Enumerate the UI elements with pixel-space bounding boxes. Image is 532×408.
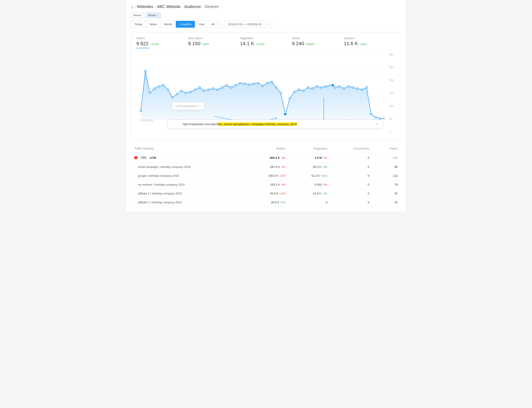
breadcrumb-separator: ›	[202, 5, 203, 9]
date-btn-year[interactable]: Year	[195, 21, 208, 28]
filter-tag-mobile-label: Mobile	[148, 14, 156, 17]
visitors-cell: 26.8 K +0%	[245, 198, 289, 207]
utm-tooltip-label: UTM-parameters	[175, 104, 197, 108]
channel-cell: affiliate 1 / birthday company 2019	[131, 189, 245, 198]
url-back-btn[interactable]: ←	[171, 122, 175, 126]
y-label-150: 150	[390, 92, 393, 94]
breadcrumb-audience[interactable]: Audience	[184, 4, 201, 9]
svg-point-40	[289, 98, 291, 100]
tracks-cell: 96	[373, 162, 401, 171]
visitors-cell: 260.0 K -12%	[245, 171, 289, 180]
pageviews-cell: 1.5 M -5%	[289, 153, 331, 162]
filter-tag-device-label: Device	[133, 14, 141, 17]
date-btn-3months[interactable]: 3 months	[176, 21, 195, 28]
svg-point-63	[331, 84, 334, 87]
table-row: 14% UTM 965.4 K -3% 1.5 M -5% 0 137	[131, 153, 401, 162]
filter-tag-mobile[interactable]: Mobile ×	[146, 13, 161, 18]
url-bar: ← → http://mywebsite.com/sale?utm_source…	[167, 120, 382, 128]
stat-visitors-value: 9 622 +103%	[136, 41, 188, 47]
breadcrumb-websites[interactable]: Websites	[137, 4, 153, 9]
url-forward-btn[interactable]: →	[176, 122, 180, 126]
stat-sessions-value: 11.6 K +93%	[344, 41, 396, 47]
svg-point-12	[163, 84, 164, 86]
stat-pageviews-label: Pageviews	[240, 37, 292, 40]
stat-events-label: Events	[292, 37, 344, 40]
svg-point-37	[275, 87, 277, 88]
visitors-cell: 965.4 K -3%	[245, 153, 289, 162]
breadcrumb-separator: ›	[182, 5, 183, 9]
stat-sessions-change: +93%	[359, 42, 367, 46]
stat-sessions: Sessions 11.6 K +93%	[344, 37, 396, 48]
tracks-cell: 16	[373, 198, 401, 207]
svg-point-26	[226, 84, 227, 86]
svg-point-22	[208, 89, 209, 91]
url-highlighted: utm_source=google&utm_campaign=birthday_…	[218, 122, 297, 126]
channel-color-dot	[134, 156, 137, 159]
breadcrumb: ⌂ › Websites › ABC Website › Audience › …	[131, 4, 401, 9]
url-nav-arrows: ← →	[171, 122, 180, 126]
svg-point-25	[221, 87, 223, 88]
stat-events-change: +636%	[305, 42, 314, 46]
filter-tag-mobile-close[interactable]: ×	[157, 14, 158, 17]
table-row: google / birthday company 2019 260.0 K -…	[131, 171, 401, 180]
data-table: Traffic Channel Visitors Pageviews Conve…	[131, 144, 401, 207]
breadcrumb-abc-website[interactable]: ABC Website	[157, 4, 181, 9]
y-label-50: 50	[390, 117, 393, 120]
col-conversions: Conversions	[331, 144, 373, 153]
url-text: http://mywebsite.com/sale?utm_source=goo…	[183, 122, 297, 126]
home-icon[interactable]: ⌂	[131, 4, 133, 9]
conversions-cell: 0	[331, 162, 373, 171]
stat-visitors-change: +103%	[150, 42, 159, 46]
channel-cell: google / birthday company 2019	[131, 171, 245, 180]
chart-x-label: 2019.03.13	[141, 119, 153, 122]
visitors-cell: 65.9 K -11%	[245, 189, 289, 198]
stat-visitors-label: Visitors	[136, 37, 188, 40]
svg-point-13	[167, 89, 169, 91]
date-next-btn[interactable]: ›	[265, 21, 271, 27]
svg-point-27	[230, 87, 232, 88]
date-range-text: 2019.03.13 — 2019.06.10	[225, 21, 265, 27]
utm-tooltip-close[interactable]: ×	[199, 104, 201, 108]
stats-card: Visitors 9 622 +103% New visitors 8 150 …	[131, 32, 401, 140]
conversions-cell: 0	[331, 198, 373, 207]
date-btn-week[interactable]: Week	[146, 21, 160, 28]
col-pageviews: Pageviews	[289, 144, 331, 153]
svg-point-52	[343, 88, 345, 89]
svg-point-17	[185, 92, 187, 94]
chart-y-axis: 300 250 200 150 100 50 0	[390, 51, 393, 135]
pageviews-cell: 30.3 K +3%	[289, 162, 331, 171]
url-refresh-btn[interactable]: ↻	[376, 122, 379, 126]
svg-point-31	[248, 84, 250, 85]
svg-point-53	[348, 85, 349, 87]
svg-point-60	[379, 118, 381, 119]
filter-tag-device[interactable]: Device	[131, 13, 144, 18]
stat-pageviews-change: +107%	[256, 42, 265, 46]
svg-point-56	[361, 89, 363, 91]
table-row: affiliate 1 / birthday company 2019 65.9…	[131, 189, 401, 198]
svg-point-7	[140, 110, 142, 112]
svg-point-61	[384, 118, 384, 119]
tracks-cell: 110	[373, 171, 401, 180]
y-label-0: 0	[390, 130, 393, 133]
tracks-cell: 79	[373, 180, 401, 189]
col-traffic-channel: Traffic Channel	[131, 144, 245, 153]
date-btn-month[interactable]: Month	[160, 21, 176, 28]
stat-new-visitors: New visitors 8 150 +82%	[188, 37, 240, 48]
date-prev-btn[interactable]: ‹	[218, 21, 225, 27]
svg-point-38	[280, 92, 282, 94]
svg-point-41	[294, 91, 295, 93]
date-btn-today[interactable]: Today	[131, 21, 146, 28]
filter-tags: Device Mobile ×	[131, 13, 401, 18]
svg-point-9	[149, 92, 151, 94]
table-header-row: Traffic Channel Visitors Pageviews Conve…	[131, 144, 401, 153]
date-btn-all[interactable]: All	[208, 21, 218, 28]
svg-point-21	[203, 90, 205, 92]
stat-pageviews: Pageviews 14.1 K +107%	[240, 37, 292, 48]
svg-point-18	[190, 91, 191, 93]
date-controls: Today Week Month 3 months Year All ‹ 201…	[131, 21, 401, 28]
utm-tooltip: UTM-parameters ×	[172, 102, 204, 110]
col-visitors: Visitors	[245, 144, 289, 153]
conversions-cell: 0	[331, 180, 373, 189]
date-range-nav: ‹ 2019.03.13 — 2019.06.10 ›	[218, 21, 272, 28]
svg-point-20	[199, 87, 201, 88]
